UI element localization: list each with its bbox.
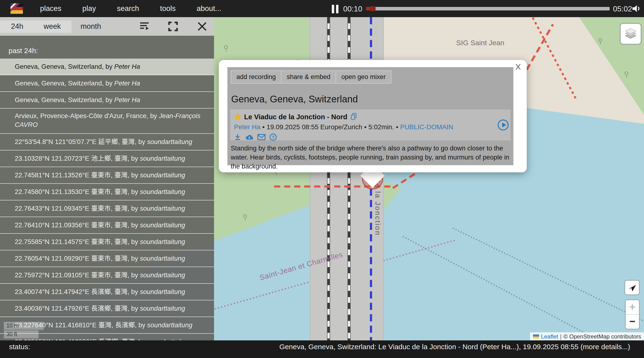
ukraine-flag-icon xyxy=(533,335,539,339)
menu-play[interactable]: play xyxy=(82,4,96,13)
list-item[interactable]: 22.76410°N 121.09356°E 臺東市, 臺灣, by sound… xyxy=(0,217,214,234)
license-link[interactable]: PUBLIC-DOMAIN xyxy=(400,123,453,131)
cloud-download-icon[interactable] xyxy=(245,133,254,141)
list-item-text: 23.10328°N 121.20723°E 池上鄉, 臺灣, by xyxy=(15,155,140,162)
list-item-author: soundarttaitung xyxy=(140,155,185,162)
list-item[interactable]: 22.74581°N 121.13526°E 臺東市, 臺灣, by sound… xyxy=(0,167,214,184)
playlist-icon[interactable] xyxy=(140,21,151,31)
tree-icon xyxy=(243,214,247,218)
zoom-in-button[interactable]: + xyxy=(626,300,639,315)
list-item-author: soundarttaitung xyxy=(140,221,185,229)
tree-icon xyxy=(598,38,602,42)
list-item-author: soundarttaitung xyxy=(140,171,185,179)
menu-tools[interactable]: tools xyxy=(160,4,176,13)
locate-arrow-icon xyxy=(627,283,637,292)
zoom-out-button[interactable]: − xyxy=(626,315,639,329)
list-item-text: Geneva, Geneva, Switzerland, by xyxy=(15,79,114,87)
list-item[interactable]: 22.75585°N 121.14575°E 臺東市, 臺灣, by sound… xyxy=(0,234,214,250)
recording-popup: add recording share & embed open geo mix… xyxy=(219,60,527,172)
list-item-author: Peter Ha xyxy=(114,79,140,87)
list-item-text: 22.76433°N 121.09345°E 臺東市, 臺灣, by xyxy=(15,205,140,212)
list-item[interactable]: 23.40036°N 121.47926°E 長濱鄉, 臺灣, by sound… xyxy=(0,300,214,317)
list-item[interactable]: 22°53'54.8"N 121°05'07.7"E 延平鄉, 臺灣, by s… xyxy=(0,134,214,151)
list-item-text: 23.40036°N 121.47926°E 長濱鄉, 臺灣, by xyxy=(15,305,140,312)
language-flag-icon[interactable] xyxy=(10,3,23,14)
pause-button[interactable] xyxy=(332,5,340,13)
list-item-author: soundarttaitung xyxy=(147,138,192,146)
list-item[interactable]: Geneva, Geneva, Switzerland, by Peter Ha xyxy=(0,59,214,75)
map-scale-metric: 10 m xyxy=(3,322,44,330)
help-icon[interactable]: ? xyxy=(269,133,277,141)
author-link[interactable]: Peter Ha xyxy=(234,123,260,131)
list-item[interactable]: 23.40074°N 121.47942°E 長濱鄉, 臺灣, by sound… xyxy=(0,284,214,300)
share-embed-button[interactable]: share & embed xyxy=(281,70,336,84)
list-item-text: 23.40074°N 121.47942°E 長濱鄉, 臺灣, by xyxy=(15,288,140,295)
open-geo-mixer-button[interactable]: open geo mixer xyxy=(336,70,391,84)
play-recording-button[interactable] xyxy=(498,120,508,130)
list-item-author: soundarttaitung xyxy=(140,188,185,195)
popup-panel: add recording share & embed open geo mix… xyxy=(228,67,514,165)
volume-icon[interactable] xyxy=(631,3,642,15)
list-item-author: Peter Ha xyxy=(114,63,140,70)
list-item[interactable]: 22.75972°N 121.09105°E 臺東市, 臺灣, by sound… xyxy=(0,267,214,284)
list-item-text: 22.76054°N 121.09290°E 臺東市, 臺灣, by xyxy=(15,255,140,262)
recording-datetime: 19.09.2025 08:55 Europe/Zurich xyxy=(266,123,362,131)
list-item-author: Peter Ha xyxy=(114,96,140,104)
status-label: status: xyxy=(9,343,30,351)
list-item-text: Geneva, Geneva, Switzerland, by xyxy=(15,96,114,104)
list-item-text: 22.74580°N 121.13530°E 臺東市, 臺灣, by xyxy=(15,188,140,195)
list-item-author: soundarttaitung xyxy=(147,321,192,329)
player-progress-thumb[interactable] xyxy=(370,6,376,11)
popup-actions: add recording share & embed open geo mix… xyxy=(231,70,391,84)
map-water-dotted-line xyxy=(452,227,644,323)
fullscreen-icon[interactable] xyxy=(168,21,179,31)
list-item[interactable]: Arvieux, Provence-Alpes-Côte d'Azur, Fra… xyxy=(0,109,214,134)
tab-month[interactable]: month xyxy=(80,17,101,36)
favorite-star-icon: ★ xyxy=(234,112,242,122)
menu-places[interactable]: places xyxy=(40,4,62,13)
list-item-text: 22.75972°N 121.09105°E 臺東市, 臺灣, by xyxy=(15,271,140,279)
layers-icon xyxy=(624,27,637,40)
main-menu: places play search tools about... xyxy=(40,0,242,17)
layers-control-button[interactable] xyxy=(620,23,642,45)
list-item[interactable]: Geneva, Geneva, Switzerland, by Peter Ha xyxy=(0,92,214,109)
tab-week[interactable]: week xyxy=(44,17,61,36)
copy-icon[interactable] xyxy=(350,113,357,121)
player-progress-bar[interactable] xyxy=(366,7,610,10)
tree-icon xyxy=(224,45,228,49)
menu-about[interactable]: about... xyxy=(197,4,221,13)
list-item[interactable]: Geneva, Geneva, Switzerland, by Peter Ha xyxy=(0,75,214,92)
list-item[interactable]: 22.76054°N 121.09290°E 臺東市, 臺灣, by sound… xyxy=(0,250,214,267)
download-icon[interactable] xyxy=(234,133,241,141)
list-item-author: soundarttaitung xyxy=(140,305,185,312)
player-elapsed-time: 00:10 xyxy=(343,4,362,13)
list-item-text: 22.76410°N 121.09356°E 臺東市, 臺灣, by xyxy=(15,221,140,229)
player-progress-fill xyxy=(366,7,374,10)
recording-name: Le Viaduc de la Jonction - Nord xyxy=(244,113,347,121)
map-attribution: Leaflet | © OpenStreetMap contributors xyxy=(530,332,644,341)
attribution-separator: | xyxy=(560,333,562,340)
leaflet-link[interactable]: Leaflet xyxy=(541,333,558,340)
locate-me-button[interactable] xyxy=(624,280,640,295)
popup-title: Geneva, Geneva, Switzerland xyxy=(231,94,358,105)
top-navigation-bar: places play search tools about... 00:10 … xyxy=(0,0,644,17)
list-item-author: soundarttaitung xyxy=(140,271,185,279)
list-item-author: soundarttaitung xyxy=(147,338,192,340)
add-recording-button[interactable]: add recording xyxy=(231,70,282,84)
popup-close-icon[interactable] xyxy=(514,63,523,71)
list-item-author: soundarttaitung xyxy=(140,255,185,262)
close-sidebar-icon[interactable] xyxy=(197,21,208,31)
list-item-text: 22°53'54.8"N 121°05'07.7"E 延平鄉, 臺灣, by xyxy=(15,138,147,146)
email-icon[interactable] xyxy=(258,134,266,141)
list-item[interactable]: 22.76433°N 121.09345°E 臺東市, 臺灣, by sound… xyxy=(0,200,214,217)
recording-duration: 5:02min. xyxy=(368,123,394,131)
list-item[interactable]: 22.74580°N 121.13530°E 臺東市, 臺灣, by sound… xyxy=(0,184,214,200)
list-item[interactable]: 23.10328°N 121.20723°E 池上鄉, 臺灣, by sound… xyxy=(0,151,214,167)
status-bar: status: Geneva, Geneva, Switzerland: Le … xyxy=(0,340,644,358)
tree-icon xyxy=(624,71,628,75)
menu-search[interactable]: search xyxy=(117,4,139,13)
status-message[interactable]: Geneva, Geneva, Switzerland: Le Viaduc d… xyxy=(279,343,630,351)
recording-description: Standing by the north side of the bridge… xyxy=(231,144,510,171)
sidebar-tabbar: 24h week month xyxy=(0,17,214,36)
tab-24h[interactable]: 24h xyxy=(11,17,23,36)
